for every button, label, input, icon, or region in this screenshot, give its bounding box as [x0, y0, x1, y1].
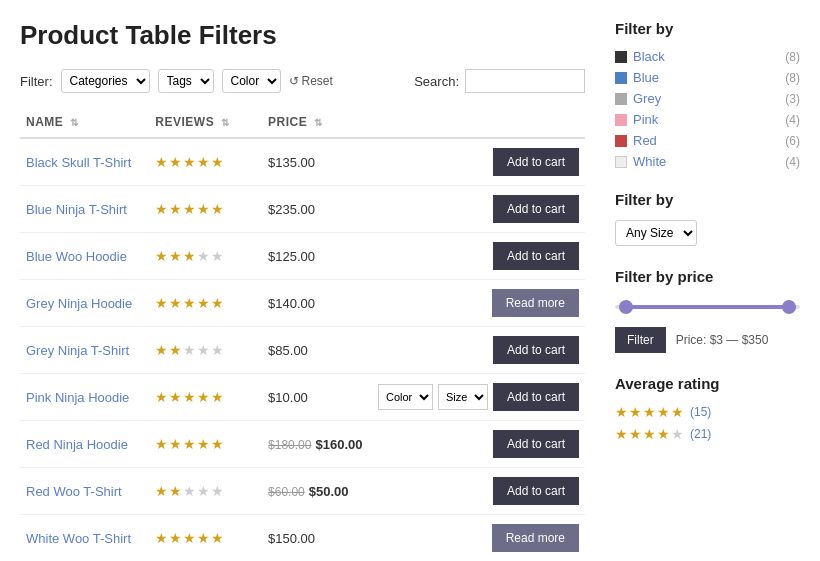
color-filter-item: Red (6): [615, 133, 800, 148]
filter-by-price-title: Filter by price: [615, 268, 800, 285]
star-full: ★: [169, 436, 182, 452]
price-slider[interactable]: [615, 297, 800, 317]
product-name-link[interactable]: Black Skull T-Shirt: [26, 155, 131, 170]
product-reviews-cell: ★★★★★: [149, 280, 262, 327]
star-empty: ★: [211, 483, 224, 499]
product-name-link[interactable]: White Woo T-Shirt: [26, 531, 131, 546]
product-name-cell: Red Woo T-Shirt: [20, 468, 149, 515]
color-filter-link[interactable]: White: [615, 154, 666, 169]
col-header-name: NAME ⇅: [20, 107, 149, 138]
price-filter-button[interactable]: Filter: [615, 327, 666, 353]
product-action-cell: Add to cart: [372, 233, 585, 280]
star-rating: ★★★★★: [155, 342, 224, 358]
action-cell: Read more: [378, 524, 579, 552]
search-input[interactable]: [465, 69, 585, 93]
color-filter-link[interactable]: Black: [615, 49, 665, 64]
star-full: ★: [155, 342, 168, 358]
color-select[interactable]: Color: [222, 69, 281, 93]
table-row: Blue Woo Hoodie ★★★★★ $125.00 Add to car…: [20, 233, 585, 280]
price-slider-handle-left[interactable]: [619, 300, 633, 314]
star-full: ★: [169, 295, 182, 311]
add-to-cart-button[interactable]: Add to cart: [493, 336, 579, 364]
color-filter-link[interactable]: Blue: [615, 70, 659, 85]
sort-icon-price[interactable]: ⇅: [314, 117, 323, 128]
star-empty: ★: [183, 483, 196, 499]
star-full: ★: [155, 154, 168, 170]
star-full: ★: [643, 404, 656, 420]
table-row: Pink Ninja Hoodie ★★★★★ $10.00 Color Siz…: [20, 374, 585, 421]
star-full: ★: [643, 426, 656, 442]
sort-icon-name[interactable]: ⇅: [70, 117, 79, 128]
color-name: Grey: [633, 91, 661, 106]
star-half: ★: [211, 530, 224, 546]
star-full: ★: [183, 154, 196, 170]
filter-by-size-section: Filter by Any Size: [615, 191, 800, 246]
read-more-button[interactable]: Read more: [492, 524, 579, 552]
size-select[interactable]: Any Size: [615, 220, 697, 246]
categories-select[interactable]: Categories: [61, 69, 150, 93]
star-full: ★: [169, 154, 182, 170]
search-label: Search:: [414, 74, 459, 89]
star-full: ★: [629, 404, 642, 420]
price: $135.00: [268, 155, 315, 170]
product-table: NAME ⇅ REVIEWS ⇅ PRICE ⇅ Black Sk: [20, 107, 585, 561]
rating-link[interactable]: ★★★★★: [615, 404, 684, 420]
filter-bar: Filter: Categories Tags Color ↺ Reset Se…: [20, 69, 585, 93]
table-row: Black Skull T-Shirt ★★★★★ $135.00 Add to…: [20, 138, 585, 186]
star-full: ★: [657, 426, 670, 442]
read-more-button[interactable]: Read more: [492, 289, 579, 317]
product-name-link[interactable]: Red Ninja Hoodie: [26, 437, 128, 452]
star-rating: ★★★★★: [155, 530, 224, 546]
color-variation-select[interactable]: Color: [378, 384, 433, 410]
color-filter-link[interactable]: Grey: [615, 91, 661, 106]
price: $125.00: [268, 249, 315, 264]
rating-row: ★★★★★ (15): [615, 404, 800, 420]
product-action-cell: Read more: [372, 515, 585, 562]
star-empty: ★: [211, 342, 224, 358]
star-full: ★: [657, 404, 670, 420]
add-to-cart-button[interactable]: Add to cart: [493, 477, 579, 505]
star-rating: ★★★★★: [155, 389, 224, 405]
add-to-cart-button[interactable]: Add to cart: [493, 148, 579, 176]
price-slider-handle-right[interactable]: [782, 300, 796, 314]
product-price-cell: $235.00: [262, 186, 372, 233]
star-half: ★: [211, 154, 224, 170]
add-to-cart-button[interactable]: Add to cart: [493, 430, 579, 458]
product-name-cell: Pink Ninja Hoodie: [20, 374, 149, 421]
reset-button[interactable]: ↺ Reset: [289, 74, 333, 88]
price-filter-actions: Filter Price: $3 — $350: [615, 327, 800, 353]
color-filter-link[interactable]: Red: [615, 133, 657, 148]
product-name-link[interactable]: Blue Ninja T-Shirt: [26, 202, 127, 217]
sort-icon-reviews[interactable]: ⇅: [221, 117, 230, 128]
product-reviews-cell: ★★★★★: [149, 138, 262, 186]
product-reviews-cell: ★★★★★: [149, 515, 262, 562]
product-name-link[interactable]: Grey Ninja T-Shirt: [26, 343, 129, 358]
action-cell: Add to cart: [378, 477, 579, 505]
product-name-link[interactable]: Red Woo T-Shirt: [26, 484, 122, 499]
tags-select[interactable]: Tags: [158, 69, 214, 93]
action-cell: Add to cart: [378, 430, 579, 458]
product-name-cell: Red Ninja Hoodie: [20, 421, 149, 468]
add-to-cart-button[interactable]: Add to cart: [493, 195, 579, 223]
add-to-cart-button[interactable]: Add to cart: [493, 383, 579, 411]
star-full: ★: [155, 295, 168, 311]
product-name-link[interactable]: Pink Ninja Hoodie: [26, 390, 129, 405]
product-name-link[interactable]: Blue Woo Hoodie: [26, 249, 127, 264]
product-action-cell: Add to cart: [372, 468, 585, 515]
add-to-cart-button[interactable]: Add to cart: [493, 242, 579, 270]
color-filter-link[interactable]: Pink: [615, 112, 658, 127]
action-cell: Add to cart: [378, 195, 579, 223]
rating-link[interactable]: ★★★★★: [615, 426, 684, 442]
color-swatch: [615, 51, 627, 63]
product-name-link[interactable]: Grey Ninja Hoodie: [26, 296, 132, 311]
color-count: (3): [785, 92, 800, 106]
star-full: ★: [155, 436, 168, 452]
star-rating: ★★★★★: [155, 154, 224, 170]
size-variation-select[interactable]: Size: [438, 384, 488, 410]
product-price-cell: $150.00: [262, 515, 372, 562]
star-full: ★: [671, 404, 684, 420]
product-action-cell: Add to cart: [372, 186, 585, 233]
rating-row: ★★★★★ (21): [615, 426, 800, 442]
search-area: Search:: [414, 69, 585, 93]
table-row: White Woo T-Shirt ★★★★★ $150.00 Read mor…: [20, 515, 585, 562]
